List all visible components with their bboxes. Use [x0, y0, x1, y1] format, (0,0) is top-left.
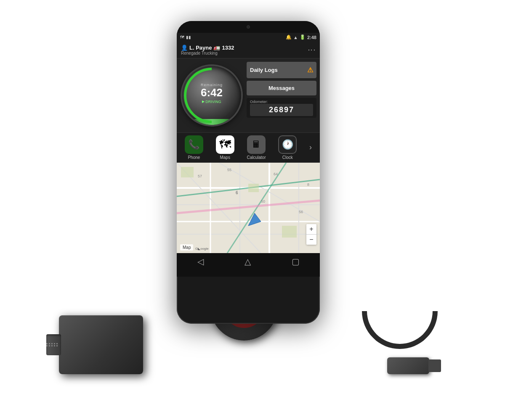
maps-icon-label: Maps	[220, 155, 230, 160]
svg-text:64: 64	[274, 172, 278, 176]
map-label: Map	[180, 244, 193, 251]
status-time: 2:48	[307, 35, 316, 40]
svg-text:57: 57	[198, 174, 202, 178]
recent-button[interactable]: ▢	[292, 256, 300, 267]
pin-10	[56, 345, 58, 346]
vehicle-id: 1332	[222, 45, 234, 51]
svg-rect-14	[181, 167, 194, 177]
clock-icon: 🕐	[278, 135, 297, 154]
calculator-icon: 🖩	[247, 135, 266, 154]
gauge-time: 6:42	[201, 87, 223, 98]
svg-text:50: 50	[261, 199, 265, 203]
calculator-icon-label: Calculator	[247, 155, 266, 160]
odometer-value: 26897	[250, 104, 313, 116]
gauge-status: ▶ DRIVING	[202, 100, 221, 104]
google-label: G◣oogle	[195, 247, 209, 251]
gauge-container: Remaining 6:42 ▶ DRIVING	[180, 62, 243, 129]
user-name: L. Payne	[189, 45, 212, 51]
map-section: 57 55 64 8 6 50 56 53 Map G◣oogle + −	[177, 163, 320, 253]
pin-5	[56, 343, 58, 344]
connector-pins	[45, 341, 60, 348]
status-bar: 🗺 ▮▮ 🔔 ▲ 🔋 2:48	[177, 33, 320, 42]
pin-7	[49, 345, 50, 346]
phone-camera	[247, 25, 250, 29]
messages-label: Messages	[268, 85, 295, 91]
svg-text:8: 8	[307, 182, 309, 187]
svg-rect-16	[282, 226, 297, 238]
phone-icon-label: Phone	[188, 155, 200, 160]
pin-1	[46, 343, 48, 344]
menu-dots-icon[interactable]: ⋮	[307, 46, 316, 54]
map-zoom-controls: + −	[306, 224, 316, 245]
zoom-in-button[interactable]: +	[306, 224, 316, 234]
battery-icon: 🔋	[300, 34, 306, 40]
user-icon: 👤	[181, 45, 188, 51]
pin-3	[51, 343, 53, 344]
play-icon: ▶	[202, 100, 205, 103]
status-right: 🔔 ▲ 🔋 2:48	[286, 34, 316, 40]
app-icon-maps[interactable]: 🗺 Maps	[216, 135, 234, 160]
device-box	[59, 315, 143, 374]
odometer-label: Odometer:	[250, 100, 313, 104]
messages-button[interactable]: Messages	[247, 81, 316, 95]
map-icon: 🗺	[180, 35, 184, 40]
phone: 🗺 ▮▮ 🔔 ▲ 🔋 2:48 👤 L. Payne 🚛 1332 Renega…	[177, 21, 320, 324]
nav-bar: ◁ △ ▢	[177, 253, 320, 270]
app-header-left: 👤 L. Payne 🚛 1332 Renegade Trucking	[181, 45, 234, 55]
phone-top-bar	[177, 21, 320, 33]
cable-assembly	[345, 256, 438, 383]
app-icon-clock[interactable]: 🕐 Clock	[278, 135, 297, 160]
home-button[interactable]: △	[245, 256, 251, 267]
pin-9	[54, 345, 55, 346]
scene: 🗺 ▮▮ 🔔 ▲ 🔋 2:48 👤 L. Payne 🚛 1332 Renega…	[42, 21, 463, 399]
status-left: 🗺 ▮▮	[180, 35, 191, 40]
gauge: Remaining 6:42 ▶ DRIVING	[182, 66, 241, 125]
driving-status: DRIVING	[205, 100, 221, 104]
app-icon-phone[interactable]: 📞 Phone	[185, 135, 203, 160]
battery-status-icon: ▮▮	[186, 35, 191, 40]
vehicle-icon: 🚛	[213, 45, 220, 51]
app-icon-calculator[interactable]: 🖩 Calculator	[247, 135, 266, 160]
svg-text:56: 56	[299, 210, 303, 214]
svg-rect-15	[248, 184, 259, 192]
app-company: Renegade Trucking	[181, 51, 234, 55]
svg-text:6: 6	[236, 190, 238, 195]
cable-wire	[346, 257, 454, 365]
warning-icon: ⚠	[307, 66, 313, 74]
chevron-right-icon: ›	[309, 143, 312, 152]
map-svg: 57 55 64 8 6 50 56 53	[177, 163, 320, 253]
pin-2	[49, 343, 50, 344]
svg-text:55: 55	[227, 168, 231, 172]
pin-4	[54, 343, 55, 344]
app-header: 👤 L. Payne 🚛 1332 Renegade Trucking ⋮	[177, 42, 320, 58]
right-panel: Daily Logs ⚠ Messages Odometer: 26897	[247, 62, 316, 129]
notification-icon: 🔔	[286, 34, 292, 40]
pin-8	[51, 345, 53, 346]
app-icons-row: 📞 Phone 🗺 Maps 🖩 Calculator 🕐 Clock ›	[177, 132, 320, 163]
phone-bottom-bar	[177, 270, 320, 277]
wifi-icon: ▲	[293, 35, 298, 40]
phone-icon: 📞	[185, 135, 203, 154]
daily-logs-button[interactable]: Daily Logs ⚠	[247, 62, 316, 78]
app-main: Remaining 6:42 ▶ DRIVING Daily Logs ⚠ Me…	[177, 58, 320, 132]
daily-logs-label: Daily Logs	[250, 67, 278, 73]
app-user: 👤 L. Payne 🚛 1332	[181, 45, 234, 51]
back-button[interactable]: ◁	[197, 256, 204, 267]
pin-6	[46, 345, 48, 346]
maps-icon: 🗺	[216, 135, 234, 154]
cable-end-connector	[387, 357, 429, 374]
clock-icon-label: Clock	[282, 155, 293, 160]
odometer-section: Odometer: 26897	[247, 98, 316, 118]
zoom-out-button[interactable]: −	[306, 235, 316, 245]
